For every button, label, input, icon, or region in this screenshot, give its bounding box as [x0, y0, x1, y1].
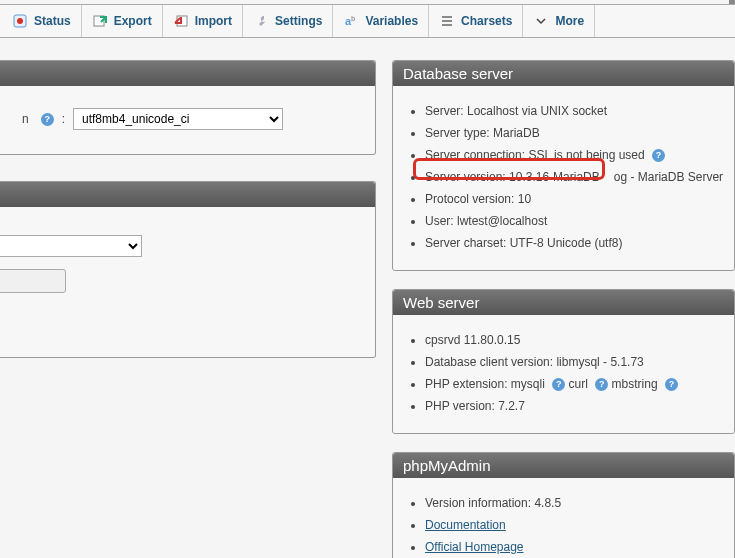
- settings-tab[interactable]: Settings: [243, 5, 333, 37]
- more-tab[interactable]: More: [523, 5, 595, 37]
- help-icon[interactable]: ?: [595, 378, 608, 391]
- import-icon: [173, 13, 189, 29]
- status-icon: [12, 13, 28, 29]
- server-connection-info: Server connection: SSL is not being used…: [425, 146, 724, 164]
- panel-header: s: [0, 182, 375, 207]
- export-tab[interactable]: Export: [82, 5, 163, 37]
- web-server-panel: Web server cpsrvd 11.80.0.15 Database cl…: [392, 289, 735, 434]
- import-label: Import: [195, 14, 232, 28]
- protocol-info: Protocol version: 10: [425, 190, 724, 208]
- charsets-label: Charsets: [461, 14, 512, 28]
- pma-version-info: Version information: 4.8.5: [425, 494, 724, 512]
- help-icon[interactable]: ?: [41, 113, 54, 126]
- wrench-icon: [253, 13, 269, 29]
- homepage-link[interactable]: Official Homepage: [425, 540, 524, 554]
- phpmyadmin-panel: phpMyAdmin Version information: 4.8.5 Do…: [392, 452, 735, 558]
- export-label: Export: [114, 14, 152, 28]
- web-server-info: cpsrvd 11.80.0.15: [425, 331, 724, 349]
- user-info: User: lwtest@localhost: [425, 212, 724, 230]
- theme-button[interactable]: [0, 269, 66, 293]
- appearance-panel: s: [0, 181, 376, 358]
- collation-colon: :: [62, 112, 65, 126]
- chevron-down-icon: [533, 13, 549, 29]
- status-tab[interactable]: Status: [2, 5, 82, 37]
- variables-tab[interactable]: ab Variables: [333, 5, 429, 37]
- variables-label: Variables: [365, 14, 418, 28]
- panel-header: Web server: [393, 290, 734, 315]
- server-info: Server: Localhost via UNIX socket: [425, 102, 724, 120]
- export-icon: [92, 13, 108, 29]
- panel-header: Database server: [393, 61, 734, 86]
- collation-select[interactable]: utf8mb4_unicode_ci: [73, 108, 283, 130]
- variables-icon: ab: [343, 13, 359, 29]
- server-type-info: Server type: MariaDB: [425, 124, 724, 142]
- collation-label-tail: n: [22, 112, 29, 126]
- resize-handle[interactable]: [729, 0, 735, 4]
- panel-header: phpMyAdmin: [393, 453, 734, 478]
- help-icon[interactable]: ?: [665, 378, 678, 391]
- php-ext-info: PHP extension: mysqli ? curl ? mbstring …: [425, 375, 724, 393]
- settings-label: Settings: [275, 14, 322, 28]
- documentation-link[interactable]: Documentation: [425, 518, 506, 532]
- status-label: Status: [34, 14, 71, 28]
- client-version-info: Database client version: libmysql - 5.1.…: [425, 353, 724, 371]
- import-tab[interactable]: Import: [163, 5, 243, 37]
- more-label: More: [555, 14, 584, 28]
- database-server-panel: Database server Server: Localhost via UN…: [392, 60, 735, 271]
- charset-info: Server charset: UTF-8 Unicode (utf8): [425, 234, 724, 252]
- svg-point-1: [17, 18, 23, 24]
- server-version-info: Server version: 10.3.16-MariaDB-og - Mar…: [425, 168, 724, 186]
- php-version-info: PHP version: 7.2.7: [425, 397, 724, 415]
- svg-text:b: b: [351, 15, 355, 22]
- charsets-icon: [439, 13, 455, 29]
- panel-header: [0, 61, 375, 86]
- language-select[interactable]: [0, 235, 142, 257]
- general-settings-panel: n ? : utf8mb4_unicode_ci: [0, 60, 376, 155]
- charsets-tab[interactable]: Charsets: [429, 5, 523, 37]
- help-icon[interactable]: ?: [552, 378, 565, 391]
- help-icon[interactable]: ?: [652, 149, 665, 162]
- main-toolbar: Status Export Import Settings ab Variabl…: [0, 4, 735, 38]
